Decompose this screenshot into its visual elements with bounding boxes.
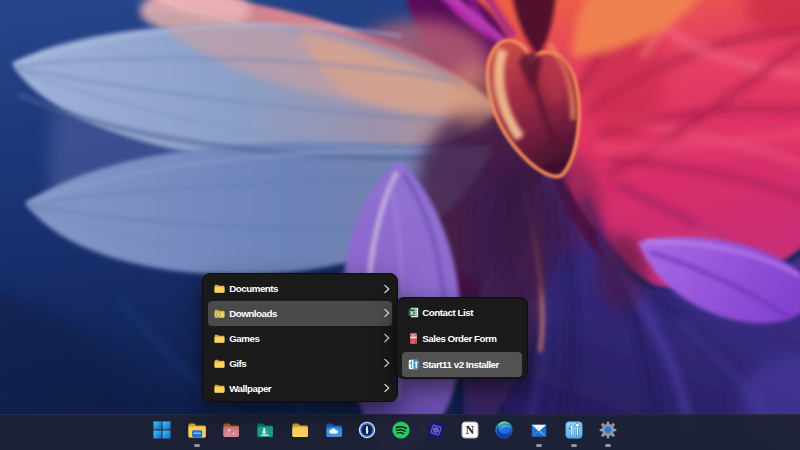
svg-text:N: N [466,424,475,436]
